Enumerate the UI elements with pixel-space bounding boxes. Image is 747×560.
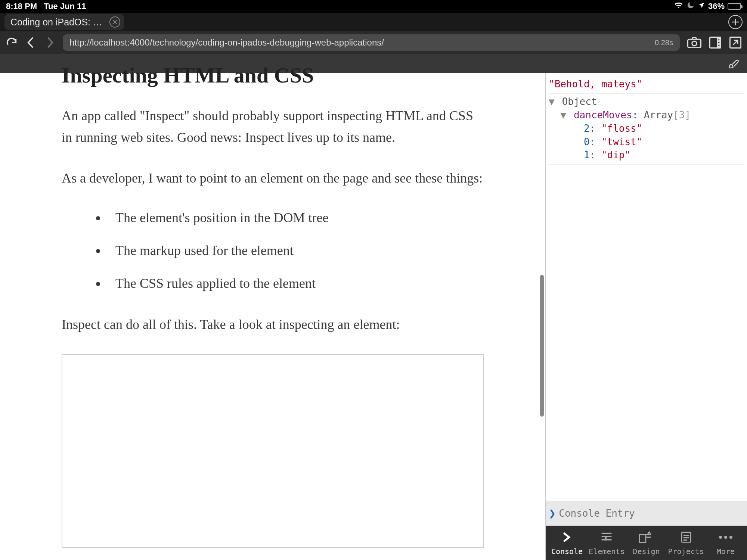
panel-pop-icon[interactable]	[729, 36, 742, 49]
tab-design[interactable]: Design	[627, 530, 665, 556]
battery-pct: 36%	[708, 1, 725, 11]
tab-elements[interactable]: Elements	[588, 530, 625, 556]
list-item: The element's position in the DOM tree	[106, 208, 484, 228]
svg-point-4	[718, 39, 720, 41]
console-object[interactable]: ▼ Object ▼ danceMoves: Array[3] 2: "flos…	[549, 94, 744, 165]
url-field[interactable]: http://localhost:4000/technology/coding-…	[63, 34, 680, 51]
more-icon	[718, 530, 733, 545]
svg-point-18	[724, 536, 727, 539]
design-icon	[639, 530, 654, 545]
web-page-viewport[interactable]: Inspecting HTML and CSS An app called "I…	[0, 73, 545, 560]
list-item: The markup used for the element	[106, 240, 484, 261]
moon-icon	[686, 1, 695, 12]
console-input-bar[interactable]: ❯	[546, 501, 747, 526]
article-p3: Inspect can do all of this. Take a look …	[62, 314, 484, 335]
panel-left-icon[interactable]	[709, 36, 722, 49]
list-item: The CSS rules applied to the element	[106, 273, 484, 293]
devtools-tabbar: Console Elements Design Projects More	[546, 526, 747, 560]
array-item: 2: "floss"	[549, 122, 744, 136]
scrollbar[interactable]	[540, 275, 544, 417]
elements-icon	[600, 530, 613, 545]
image-placeholder	[62, 354, 484, 548]
camera-icon[interactable]	[687, 37, 701, 48]
article: Inspecting HTML and CSS An app called "I…	[62, 73, 484, 560]
array-item: 1: "dip"	[549, 149, 744, 162]
status-bar: 8:18 PM Tue Jun 11 36%	[0, 0, 747, 13]
article-list: The element's position in the DOM tree T…	[62, 208, 484, 293]
location-icon	[698, 1, 705, 11]
svg-point-6	[718, 44, 720, 46]
console-line: "Behold, mateys"	[549, 77, 744, 94]
svg-rect-11	[605, 536, 607, 540]
projects-icon	[680, 530, 692, 545]
browser-tab[interactable]: Coding on iPadOS: D…	[4, 14, 124, 30]
svg-point-19	[729, 536, 732, 539]
svg-rect-16	[683, 539, 687, 541]
svg-rect-8	[602, 533, 612, 534]
svg-rect-12	[640, 535, 646, 542]
article-p2: As a developer, I want to point to an el…	[62, 167, 484, 189]
main-split: Inspecting HTML and CSS An app called "I…	[0, 73, 747, 560]
console-input[interactable]	[559, 508, 744, 519]
article-heading: Inspecting HTML and CSS	[62, 63, 484, 88]
new-tab-button[interactable]	[728, 15, 743, 29]
disclosure-triangle-icon[interactable]: ▼	[549, 95, 556, 109]
svg-rect-0	[688, 39, 701, 48]
svg-point-1	[692, 41, 697, 46]
chevron-right-icon: ❯	[549, 506, 556, 520]
svg-rect-15	[683, 537, 689, 538]
forward-icon[interactable]	[44, 36, 55, 49]
devtools-panel: "Behold, mateys" ▼ Object ▼ danceMoves: …	[545, 73, 747, 560]
rocket-icon[interactable]	[727, 57, 740, 70]
chevron-right-icon	[561, 530, 573, 545]
disclosure-triangle-icon[interactable]: ▼	[560, 109, 568, 122]
tab-more[interactable]: More	[707, 530, 744, 556]
battery-icon	[728, 3, 741, 10]
console-output[interactable]: "Behold, mateys" ▼ Object ▼ danceMoves: …	[546, 73, 747, 501]
status-time: 8:18 PM	[6, 1, 37, 11]
article-p1: An app called "Inspect" should probably …	[62, 105, 484, 149]
tab-title: Coding on iPadOS: D…	[10, 17, 103, 28]
reload-icon[interactable]	[5, 36, 18, 49]
svg-point-17	[719, 536, 722, 539]
tab-strip: Coding on iPadOS: D…	[0, 13, 747, 31]
load-time: 0.28s	[655, 38, 673, 47]
tab-projects[interactable]: Projects	[667, 530, 705, 556]
close-icon[interactable]	[109, 16, 120, 28]
tab-console[interactable]: Console	[548, 530, 586, 556]
svg-point-5	[718, 42, 720, 43]
array-item: 0: "twist"	[549, 136, 744, 149]
back-icon[interactable]	[25, 36, 37, 49]
url-toolbar: http://localhost:4000/technology/coding-…	[0, 31, 747, 54]
status-date: Tue Jun 11	[44, 1, 86, 11]
wifi-icon	[674, 1, 684, 11]
url-text: http://localhost:4000/technology/coding-…	[69, 37, 384, 48]
svg-rect-14	[683, 535, 689, 536]
